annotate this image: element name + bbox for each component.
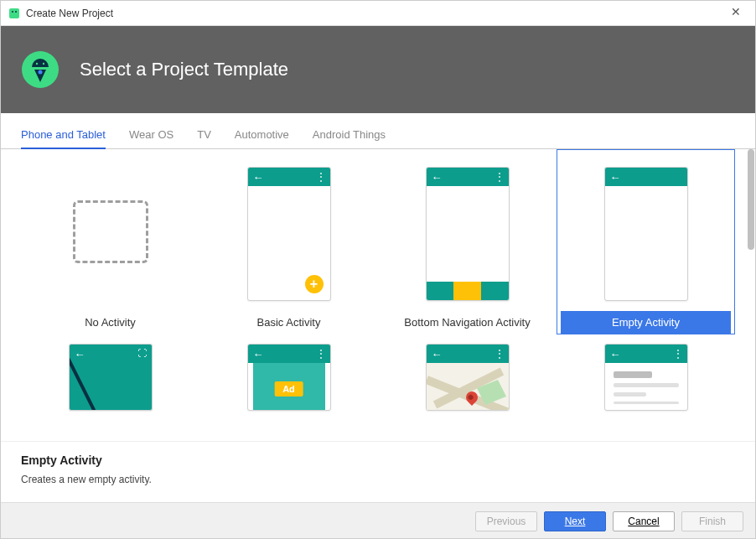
tab-automotive[interactable]: Automotive: [235, 128, 289, 148]
android-logo-icon: [19, 49, 61, 91]
banner: Select a Project Template: [1, 26, 755, 113]
titlebar: Create New Project ✕: [1, 1, 755, 26]
svg-point-5: [43, 63, 44, 65]
android-studio-icon: [8, 7, 21, 20]
template-thumb: ← ⋮: [426, 167, 510, 301]
overflow-menu-icon: ⋮: [316, 171, 325, 183]
finish-button: Finish: [681, 511, 743, 531]
mock-appbar: ← ⋮: [427, 168, 509, 186]
templates-scroll[interactable]: No Activity ← ⋮ + Basic Activity ← ⋮: [1, 149, 755, 441]
template-thumb: ←: [604, 167, 688, 301]
template-label: Empty Activity: [561, 311, 731, 334]
page-title: Select a Project Template: [80, 59, 288, 80]
description-text: Creates a new empty activity.: [21, 474, 735, 485]
overflow-menu-icon: ⋮: [495, 348, 504, 360]
template-no-activity[interactable]: No Activity: [21, 149, 199, 334]
template-primary-detail[interactable]: ← ⋮: [557, 334, 735, 412]
template-label: Bottom Navigation Activity: [382, 311, 552, 334]
svg-point-1: [12, 11, 13, 13]
scrollbar-thumb[interactable]: [748, 149, 754, 250]
template-thumb: ← ⛶: [69, 344, 153, 411]
dashed-placeholder-icon: [73, 200, 148, 263]
templates-grid: No Activity ← ⋮ + Basic Activity ← ⋮: [21, 149, 735, 412]
svg-point-6: [39, 70, 43, 75]
overflow-menu-icon: [680, 171, 681, 183]
mock-bottom-nav: [427, 282, 509, 300]
template-empty-activity[interactable]: ← Empty Activity: [557, 149, 735, 334]
wizard-footer: Previous Next Cancel Finish: [1, 502, 755, 539]
mock-appbar: ← ⋮: [248, 345, 330, 363]
template-label: Basic Activity: [204, 311, 374, 334]
mock-detail-lines: [614, 371, 679, 409]
previous-button: Previous: [475, 511, 537, 531]
close-icon[interactable]: ✕: [723, 5, 748, 22]
template-label: No Activity: [25, 311, 195, 334]
ad-badge: Ad: [274, 381, 303, 396]
template-thumb: ← ⋮: [426, 344, 510, 411]
svg-point-2: [15, 11, 17, 13]
template-thumb: ← ⋮: [604, 344, 688, 411]
tab-tv[interactable]: TV: [197, 128, 211, 148]
overflow-menu-icon: ⋮: [495, 171, 504, 183]
fab-icon: +: [305, 275, 324, 293]
tab-wear-os[interactable]: Wear OS: [129, 128, 173, 148]
back-arrow-icon: ←: [432, 171, 443, 184]
template-bottom-nav[interactable]: ← ⋮ Bottom Navigation Activity: [378, 149, 557, 334]
template-basic-activity[interactable]: ← ⋮ + Basic Activity: [199, 149, 378, 334]
template-maps[interactable]: ← ⋮: [378, 334, 557, 412]
mock-appbar: ← ⋮: [605, 345, 687, 363]
mock-appbar: ← ⋮: [427, 345, 509, 363]
overflow-menu-icon: ⋮: [316, 348, 325, 360]
mock-appbar: ←: [605, 168, 687, 186]
diagonal-line-icon: [69, 345, 128, 411]
template-thumb: [69, 167, 153, 301]
cancel-button[interactable]: Cancel: [613, 511, 675, 531]
svg-line-7: [69, 345, 128, 411]
tab-android-things[interactable]: Android Things: [313, 128, 386, 148]
fullscreen-icon: ⛶: [137, 348, 147, 358]
window-title: Create New Project: [26, 8, 723, 19]
back-arrow-icon: ←: [432, 348, 443, 360]
mock-map: [427, 363, 509, 410]
back-arrow-icon: ←: [610, 171, 621, 184]
svg-rect-0: [9, 8, 19, 18]
template-description: Empty Activity Creates a new empty activ…: [1, 441, 755, 502]
template-thumb: ← ⋮ +: [247, 167, 331, 301]
template-thumb: ← ⋮ Ad: [247, 344, 331, 411]
template-admob[interactable]: ← ⋮ Ad: [199, 334, 378, 412]
back-arrow-icon: ←: [610, 348, 621, 360]
back-arrow-icon: ←: [253, 348, 264, 360]
svg-point-4: [36, 63, 38, 65]
device-tabs: Phone and Tablet Wear OS TV Automotive A…: [1, 113, 755, 149]
back-arrow-icon: ←: [253, 171, 264, 184]
mock-appbar: ← ⋮: [248, 168, 330, 186]
content-area: Phone and Tablet Wear OS TV Automotive A…: [1, 113, 755, 502]
tab-phone-tablet[interactable]: Phone and Tablet: [21, 128, 106, 149]
overflow-menu-icon: ⋮: [673, 348, 682, 360]
next-button[interactable]: Next: [544, 511, 606, 531]
template-fullscreen[interactable]: ← ⛶: [21, 334, 199, 412]
description-title: Empty Activity: [21, 453, 735, 467]
